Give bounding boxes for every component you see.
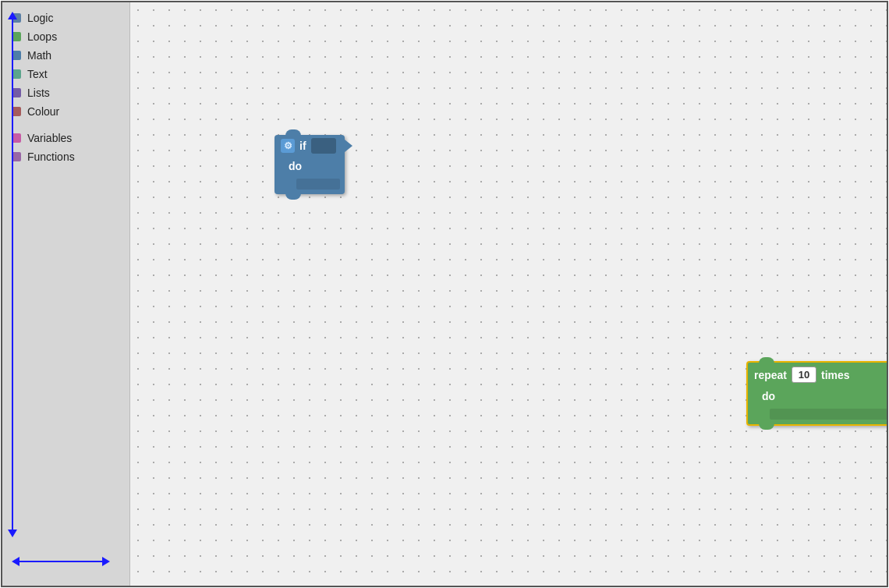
loops-label: Loops: [27, 30, 57, 43]
repeat-top-tab: [759, 357, 774, 363]
sidebar-item-colour[interactable]: Colour: [2, 102, 129, 121]
lists-label: Lists: [27, 87, 50, 99]
if-block-body: ⚙ if do: [274, 135, 345, 194]
block-canvas[interactable]: ⚙ if do: [130, 2, 887, 586]
if-block-top-row: ⚙ if: [274, 135, 345, 157]
if-right-notch: [345, 140, 352, 152]
sidebar-item-logic[interactable]: Logic: [2, 9, 129, 27]
repeat-count-input[interactable]: 10: [792, 367, 816, 383]
sidebar-item-functions[interactable]: Functions: [2, 147, 129, 166]
do-label: do: [289, 160, 302, 172]
sidebar: Logic Loops Math Text Lists Colour Varia…: [2, 2, 130, 586]
if-block-top-tab: [285, 129, 301, 136]
functions-label: Functions: [27, 151, 75, 163]
if-inner-area: [296, 179, 340, 190]
repeat-bottom-tab: [759, 423, 774, 430]
repeat-block-body: repeat 10 times do: [746, 361, 887, 426]
gear-icon[interactable]: ⚙: [281, 139, 295, 153]
repeat-do-label: do: [762, 390, 775, 402]
sidebar-item-lists[interactable]: Lists: [2, 83, 129, 102]
horizontal-arrow: [18, 561, 104, 562]
if-block-bottom-tab: [285, 193, 301, 200]
repeat-block-bottom-row: do: [748, 387, 887, 409]
repeat-block-top-row: repeat 10 times: [748, 363, 887, 387]
sidebar-item-variables[interactable]: Variables: [2, 129, 129, 147]
if-condition-slot: [311, 138, 336, 154]
sidebar-item-math[interactable]: Math: [2, 46, 129, 65]
variables-label: Variables: [27, 132, 72, 144]
sidebar-item-loops[interactable]: Loops: [2, 27, 129, 46]
repeat-label: repeat: [754, 369, 787, 381]
sidebar-item-text[interactable]: Text: [2, 65, 129, 83]
vertical-arrow: [12, 18, 13, 531]
text-label: Text: [27, 68, 48, 80]
colour-label: Colour: [27, 105, 59, 118]
sidebar-divider: [2, 121, 129, 129]
repeat-inner-area: [770, 409, 887, 420]
logic-label: Logic: [27, 12, 53, 24]
if-block[interactable]: ⚙ if do: [274, 135, 345, 194]
if-label: if: [299, 140, 306, 152]
main-container: Logic Loops Math Text Lists Colour Varia…: [1, 1, 888, 587]
times-label: times: [821, 369, 850, 381]
if-block-bottom-row: do: [274, 157, 345, 179]
math-label: Math: [27, 49, 51, 62]
repeat-block[interactable]: repeat 10 times do: [746, 361, 887, 426]
